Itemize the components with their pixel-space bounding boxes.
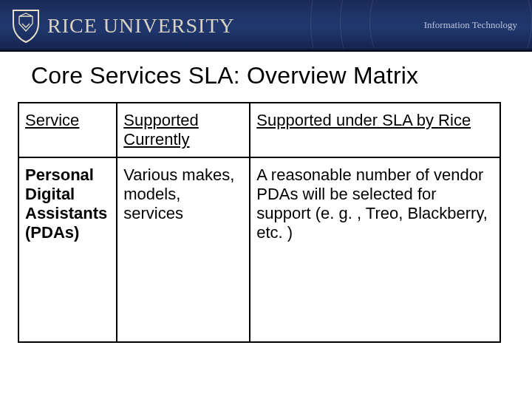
- dept-label: Information Technology: [424, 19, 517, 31]
- table-row: Personal Digital Assistants (PDAs) Vario…: [18, 157, 500, 342]
- col-header-supported-currently: Supported Currently: [117, 103, 250, 157]
- header-bar: RICE UNIVERSITY Information Technology: [0, 0, 532, 52]
- rice-shield-icon: [12, 9, 40, 43]
- col-header-service: Service: [18, 103, 117, 157]
- cell-supported-currently: Various makes, models, services: [117, 157, 250, 342]
- col-header-supported-currently-label: Supported Currently: [123, 111, 199, 149]
- table-header-row: Service Supported Currently Supported un…: [18, 103, 500, 157]
- col-header-supported-under-sla-label: Supported under SLA by Rice: [256, 111, 471, 129]
- col-header-service-label: Service: [25, 111, 79, 129]
- cell-supported-under-sla: A reasonable number of vendor PDAs will …: [250, 157, 500, 342]
- org-logo-block: RICE UNIVERSITY: [12, 9, 235, 43]
- slide: RICE UNIVERSITY Information Technology C…: [0, 0, 532, 399]
- slide-title: Core Services SLA: Overview Matrix: [31, 62, 418, 89]
- cell-service: Personal Digital Assistants (PDAs): [18, 157, 117, 342]
- col-header-supported-under-sla: Supported under SLA by Rice: [250, 103, 500, 157]
- cell-service-value: Personal Digital Assistants (PDAs): [25, 166, 107, 242]
- sla-overview-table: Service Supported Currently Supported un…: [18, 102, 501, 343]
- org-name: RICE UNIVERSITY: [47, 14, 235, 38]
